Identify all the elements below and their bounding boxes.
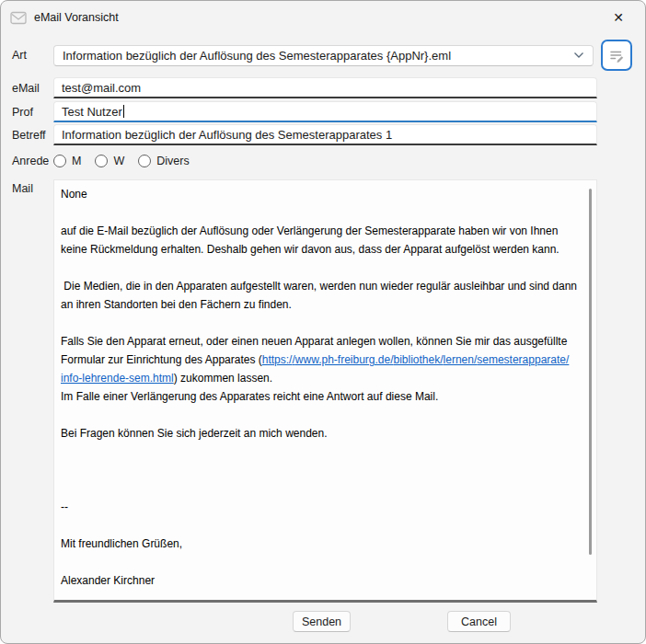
anrede-label: Anrede (12, 155, 53, 167)
window-title: eMail Voransicht (34, 11, 119, 24)
titlebar: eMail Voransicht ✕ (1, 1, 645, 34)
cancel-button[interactable]: Cancel (447, 611, 511, 632)
art-label: Art (12, 49, 53, 62)
prof-row: Prof Test Nutzer (12, 101, 632, 122)
radio-circle-icon[interactable] (138, 155, 151, 167)
betreff-field[interactable]: Information bezüglich der Auflösung des … (53, 124, 597, 145)
art-combobox[interactable]: Information bezüglich der Auflösung des … (53, 45, 594, 66)
betreff-label: Betreff (12, 129, 53, 142)
prof-field[interactable]: Test Nutzer (53, 101, 597, 122)
send-button[interactable]: Senden (293, 611, 351, 632)
anrede-row: Anrede MWDivers (12, 151, 632, 171)
mail-label: Mail (12, 179, 53, 195)
edit-note-icon (608, 47, 626, 64)
mail-body-text: None auf die E-Mail bezüglich der Auflös… (61, 185, 582, 590)
dialog-buttons: Senden Cancel (12, 611, 632, 633)
anrede-option-w[interactable]: W (95, 155, 124, 167)
prof-field-value: Test Nutzer (62, 105, 122, 119)
art-row: Art Information bezüglich der Auflösung … (12, 38, 632, 73)
dialog-content: Art Information bezüglich der Auflösung … (1, 38, 645, 633)
text-caret (123, 105, 124, 118)
email-field[interactable]: test@mail.com (53, 77, 597, 98)
anrede-option-label: W (113, 155, 124, 167)
anrede-option-divers[interactable]: Divers (138, 155, 189, 167)
betreff-field-value: Information bezüglich der Auflösung des … (62, 128, 392, 142)
chevron-down-icon (573, 52, 584, 59)
betreff-row: Betreff Information bezüglich der Auflös… (12, 124, 632, 145)
anrede-radio-group: MWDivers (53, 155, 632, 167)
art-combobox-value: Information bezüglich der Auflösung des … (63, 49, 573, 63)
prof-label: Prof (12, 106, 53, 119)
radio-circle-icon[interactable] (53, 155, 66, 167)
anrede-option-label: M (72, 155, 81, 167)
anrede-option-m[interactable]: M (53, 155, 81, 167)
email-preview-dialog: eMail Voransicht ✕ Art Information bezüg… (0, 0, 646, 644)
email-row: eMail test@mail.com (12, 77, 632, 98)
mail-row: Mail None auf die E-Mail bezüglich der A… (12, 179, 632, 603)
email-field-value: test@mail.com (62, 81, 141, 95)
email-label: eMail (12, 82, 53, 95)
mail-body-field[interactable]: None auf die E-Mail bezüglich der Auflös… (53, 179, 597, 603)
anrede-option-label: Divers (156, 155, 189, 167)
close-icon[interactable]: ✕ (599, 4, 638, 31)
radio-circle-icon[interactable] (95, 155, 108, 167)
envelope-icon (10, 11, 27, 25)
scrollbar-thumb[interactable] (589, 189, 592, 555)
edit-template-button[interactable] (601, 40, 632, 71)
mail-link[interactable]: https://www.ph-freiburg.de/bibliothek/le… (61, 353, 569, 385)
